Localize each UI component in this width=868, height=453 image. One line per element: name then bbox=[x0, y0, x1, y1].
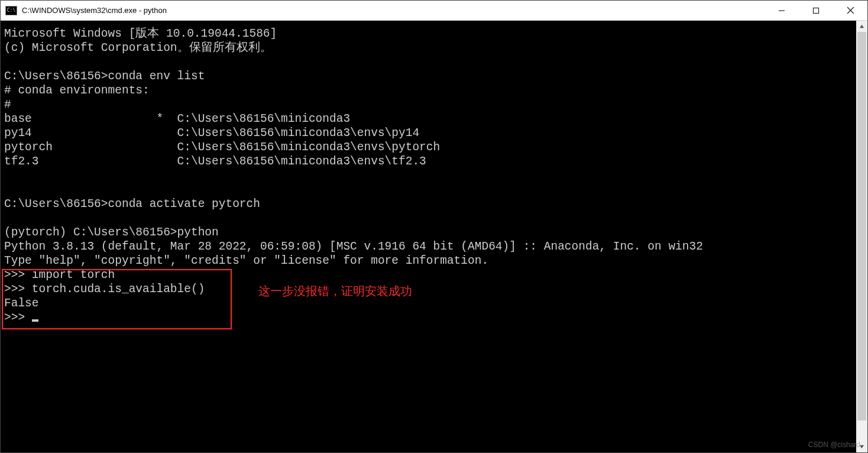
scroll-thumb[interactable] bbox=[857, 32, 866, 420]
terminal-content[interactable]: Microsoft Windows [版本 10.0.19044.1586] (… bbox=[1, 21, 856, 452]
close-button[interactable] bbox=[833, 1, 867, 20]
cmd-icon: C:\ bbox=[5, 6, 17, 15]
watermark: CSDN @cishard bbox=[808, 441, 860, 449]
chevron-up-icon bbox=[859, 24, 864, 29]
maximize-button[interactable] bbox=[799, 1, 833, 20]
titlebar[interactable]: C:\ C:\WINDOWS\system32\cmd.exe - python bbox=[1, 1, 867, 21]
vertical-scrollbar[interactable] bbox=[856, 21, 867, 452]
window-controls bbox=[765, 1, 867, 20]
terminal-cursor bbox=[32, 319, 38, 322]
scroll-track[interactable] bbox=[856, 32, 867, 441]
minimize-button[interactable] bbox=[765, 1, 799, 20]
terminal-area[interactable]: Microsoft Windows [版本 10.0.19044.1586] (… bbox=[1, 21, 867, 452]
scroll-up-button[interactable] bbox=[856, 21, 867, 32]
minimize-icon bbox=[778, 7, 785, 14]
maximize-icon bbox=[812, 7, 820, 14]
window-title: C:\WINDOWS\system32\cmd.exe - python bbox=[22, 6, 167, 15]
svg-rect-1 bbox=[814, 8, 819, 13]
close-icon bbox=[847, 7, 854, 14]
svg-marker-4 bbox=[860, 25, 864, 28]
app-window: C:\ C:\WINDOWS\system32\cmd.exe - python… bbox=[0, 0, 868, 453]
